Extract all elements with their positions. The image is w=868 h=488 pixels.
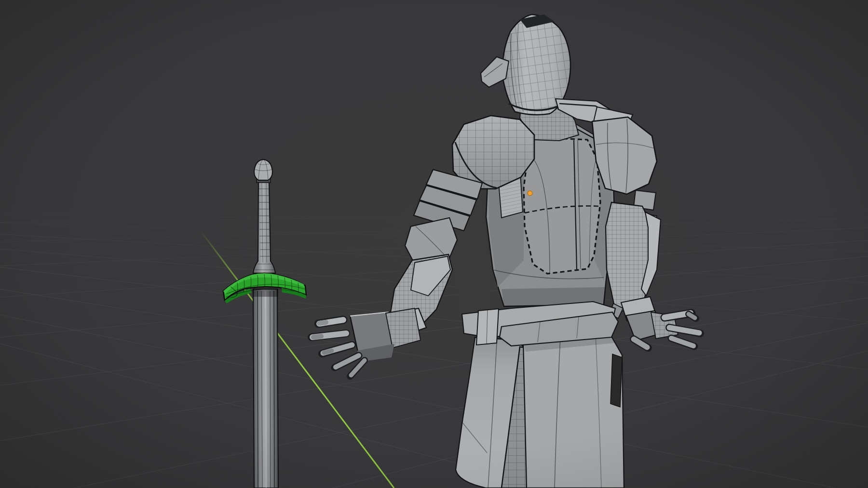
3d-viewport[interactable] <box>0 0 868 488</box>
vignette-overlay <box>0 0 868 488</box>
scene-canvas <box>0 0 868 488</box>
